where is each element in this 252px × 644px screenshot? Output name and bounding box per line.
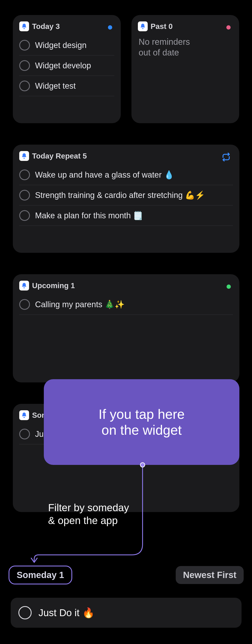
task-item[interactable]: Widget design [19, 35, 114, 56]
past-title: Past 0 [151, 22, 173, 31]
today-task-list: Widget design Widget develop Widget test [19, 35, 114, 96]
checkbox-icon[interactable] [18, 606, 32, 619]
checkbox-icon[interactable] [19, 60, 30, 71]
bell-icon [138, 22, 148, 31]
upcoming-widget-header: Upcoming 1 [19, 281, 233, 290]
bell-icon [19, 151, 29, 161]
tooltip-line-1: If you tap here [99, 406, 185, 422]
checkbox-icon[interactable] [19, 80, 30, 91]
task-item[interactable]: Widget develop [19, 56, 114, 76]
repeat-task-list: Wake up and have a glass of water 💧 Stre… [19, 165, 233, 226]
task-item[interactable]: Strength training & cardio after stretch… [19, 185, 233, 206]
today-widget[interactable]: Today 3 Widget design Widget develop Wid… [13, 15, 121, 123]
connector-dot-icon [140, 462, 145, 468]
bell-icon [19, 22, 29, 31]
checkbox-icon[interactable] [19, 299, 30, 310]
upcoming-task-list: Calling my parents 🎄✨ [19, 294, 233, 315]
today-title: Today 3 [32, 22, 60, 31]
checkbox-icon[interactable] [19, 190, 30, 200]
upcoming-title: Upcoming 1 [32, 281, 75, 290]
past-widget[interactable]: Past 0 No reminders out of date [131, 15, 239, 123]
filter-row: Someday 1 Newest First [8, 566, 244, 584]
filter-chip-someday[interactable]: Someday 1 [8, 566, 72, 584]
task-label: Make a plan for this month 🗒️ [35, 211, 143, 220]
task-label: Widget test [35, 82, 76, 90]
caption-line-2: & open the app [48, 514, 129, 527]
today-widget-header: Today 3 [19, 22, 114, 31]
checkbox-icon[interactable] [19, 429, 30, 440]
task-label: Wake up and have a glass of water 💧 [35, 170, 174, 180]
today-dot-icon [108, 25, 112, 30]
caption-line-1: Filter by someday [48, 501, 129, 514]
tooltip-callout: If you tap here on the widget [44, 379, 239, 465]
past-widget-header: Past 0 [138, 22, 233, 31]
tooltip-line-2: on the widget [102, 422, 182, 438]
upcoming-dot-icon [227, 284, 231, 289]
bell-icon [19, 410, 29, 420]
task-label: Widget design [35, 41, 87, 50]
task-item[interactable]: Widget test [19, 76, 114, 96]
task-label: Calling my parents 🎄✨ [35, 300, 125, 309]
upcoming-widget[interactable]: Upcoming 1 Calling my parents 🎄✨ [13, 274, 239, 382]
caption-text: Filter by someday & open the app [48, 501, 129, 527]
task-label: Widget develop [35, 61, 91, 70]
past-dot-icon [226, 25, 231, 30]
repeat-widget-header: Today Repeat 5 [19, 151, 233, 161]
repeat-title: Today Repeat 5 [32, 152, 87, 160]
today-repeat-widget[interactable]: Today Repeat 5 Wake up and have a glass … [13, 144, 239, 253]
task-item[interactable]: Calling my parents 🎄✨ [19, 294, 233, 315]
bell-icon [19, 281, 29, 290]
past-empty-message: No reminders out of date [139, 36, 233, 58]
filter-chip-label: Someday 1 [17, 570, 64, 580]
app-task-label: Just Do it 🔥 [38, 607, 95, 618]
checkbox-icon[interactable] [19, 40, 30, 50]
task-item[interactable]: Wake up and have a glass of water 💧 [19, 165, 233, 185]
app-task-row[interactable]: Just Do it 🔥 [11, 598, 242, 628]
checkbox-icon[interactable] [19, 210, 30, 221]
checkbox-icon[interactable] [19, 170, 30, 180]
sort-chip-label: Newest First [183, 570, 236, 580]
repeat-icon [221, 152, 231, 162]
task-item[interactable]: Make a plan for this month 🗒️ [19, 206, 233, 226]
sort-chip[interactable]: Newest First [176, 566, 244, 584]
task-label: Strength training & cardio after stretch… [35, 190, 205, 200]
